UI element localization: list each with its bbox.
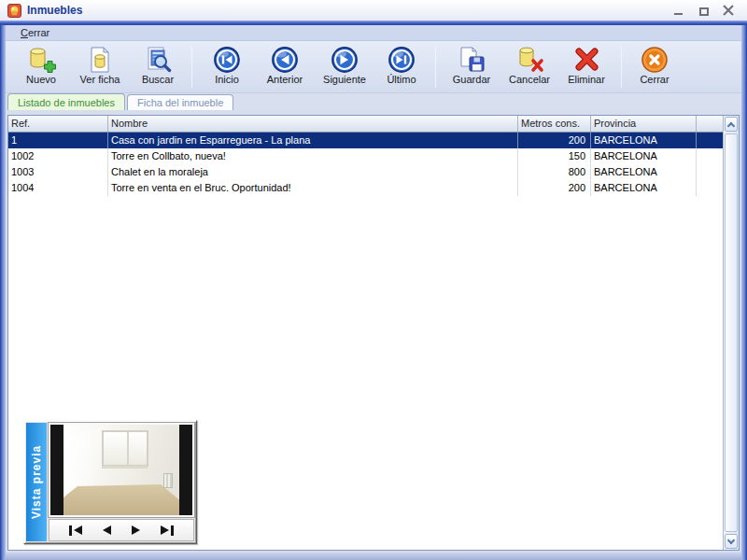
chevron-up-icon: [727, 121, 735, 129]
room-floor: [63, 484, 179, 515]
table-row[interactable]: 1003 Chalet en la moraleja 800 BARCELONA: [8, 164, 723, 180]
photo-pillarbox-left: [50, 425, 63, 515]
scrollbar-thumb[interactable]: [725, 133, 738, 532]
cell-ref: 1004: [8, 180, 108, 196]
first-record-icon: [213, 46, 241, 74]
cell-nombre: Torre en Collbato, nueva!: [108, 148, 518, 164]
preview-nav-bar: [49, 519, 194, 541]
toolbar-separator: [191, 47, 192, 88]
cell-provincia: BARCELONA: [591, 148, 697, 164]
toolbar-button-siguiente[interactable]: Siguiente: [315, 44, 374, 91]
toolbar-button-eliminar[interactable]: Eliminar: [558, 44, 614, 91]
maximize-button[interactable]: [697, 4, 712, 17]
table-row[interactable]: 1002 Torre en Collbato, nueva! 150 BARCE…: [8, 148, 723, 164]
tabstrip: Listado de inmuebles Ficha del inmueble: [6, 93, 741, 110]
window-titlebar: Inmuebles: [0, 0, 747, 21]
cell-ref: 1003: [8, 164, 108, 180]
toolbar-button-ultimo[interactable]: Último: [374, 44, 429, 91]
room-photo: [63, 425, 179, 515]
toolbar-button-cerrar[interactable]: Cerrar: [628, 44, 681, 91]
cell-nombre: Casa con jardin en Esparreguera - La pla…: [108, 133, 518, 148]
header-cell-nombre[interactable]: Nombre: [108, 116, 518, 132]
preview-next-button[interactable]: [132, 525, 140, 535]
cell-nombre: Chalet en la moraleja: [108, 164, 518, 180]
preview-last-button[interactable]: [161, 525, 174, 536]
scrollbar-up-button[interactable]: [725, 117, 738, 132]
toolbar-button-guardar[interactable]: Guardar: [443, 44, 500, 91]
header-cell-ref[interactable]: Ref.: [8, 116, 108, 132]
window-border-bottom: [6, 553, 741, 560]
chevron-down-icon: [727, 536, 735, 543]
tab-ficha-del-inmueble[interactable]: Ficha del inmueble: [127, 94, 233, 110]
toolbar: Nuevo Ver ficha: [6, 41, 741, 93]
room-radiator: [163, 473, 173, 488]
vertical-scrollbar[interactable]: [723, 116, 739, 550]
last-record-icon: [388, 46, 416, 74]
preview-first-button[interactable]: [69, 525, 82, 536]
header-cell-provincia[interactable]: Provincia: [591, 116, 697, 132]
cell-provincia: BARCELONA: [591, 180, 697, 196]
save-icon: [457, 46, 486, 74]
preview-title: Vista previa: [26, 423, 47, 541]
previous-record-icon: [271, 46, 299, 74]
tab-listado-de-inmuebles[interactable]: Listado de inmuebles: [7, 93, 125, 110]
table-header: Ref. Nombre Metros cons. Provincia: [8, 116, 723, 133]
window-title: Inmuebles: [27, 4, 82, 17]
app-icon: [7, 4, 21, 18]
table-row[interactable]: 1004 Torre en venta en el Bruc. Oportuni…: [8, 180, 723, 196]
close-window-icon: [641, 46, 669, 74]
cell-metros: 200: [518, 133, 591, 148]
close-button[interactable]: [723, 5, 734, 16]
cell-provincia: BARCELONA: [591, 133, 697, 148]
cell-metros: 200: [518, 180, 591, 196]
toolbar-button-cancelar[interactable]: Cancelar: [500, 44, 558, 91]
view-record-icon: [85, 46, 115, 74]
toolbar-button-nuevo[interactable]: Nuevo: [13, 44, 69, 91]
toolbar-button-ver-ficha[interactable]: Ver ficha: [69, 44, 131, 91]
window-border-right: [741, 25, 747, 560]
preview-previous-button[interactable]: [103, 525, 111, 535]
menu-item-cerrar[interactable]: Cerrar: [15, 26, 55, 39]
cell-metros: 800: [518, 164, 591, 180]
menubar: Cerrar: [6, 25, 741, 41]
cell-provincia: BARCELONA: [591, 164, 697, 180]
toolbar-button-buscar[interactable]: Buscar: [131, 44, 185, 91]
photo-pillarbox-right: [179, 425, 192, 515]
preview-panel: Vista previa: [23, 420, 197, 544]
toolbar-button-inicio[interactable]: Inicio: [199, 44, 255, 91]
delete-icon: [571, 46, 601, 74]
cell-ref: 1002: [8, 148, 108, 164]
scrollbar-down-button[interactable]: [725, 534, 738, 549]
room-window: [102, 430, 148, 467]
toolbar-separator: [621, 47, 622, 88]
search-icon: [143, 46, 173, 74]
table-row[interactable]: 1 Casa con jardin en Esparreguera - La p…: [8, 133, 723, 148]
toolbar-button-anterior[interactable]: Anterior: [255, 44, 315, 91]
header-cell-filler: [697, 116, 723, 132]
cell-metros: 150: [518, 148, 591, 164]
cancel-icon: [514, 46, 544, 74]
cell-ref: 1: [8, 133, 108, 148]
minimize-button[interactable]: [670, 4, 685, 17]
cell-nombre: Torre en venta en el Bruc. Oportunidad!: [108, 180, 518, 196]
header-cell-metros[interactable]: Metros cons.: [518, 116, 591, 132]
preview-photo: [49, 423, 194, 517]
toolbar-separator: [435, 47, 436, 88]
next-record-icon: [331, 46, 359, 74]
new-record-icon: [26, 46, 56, 74]
